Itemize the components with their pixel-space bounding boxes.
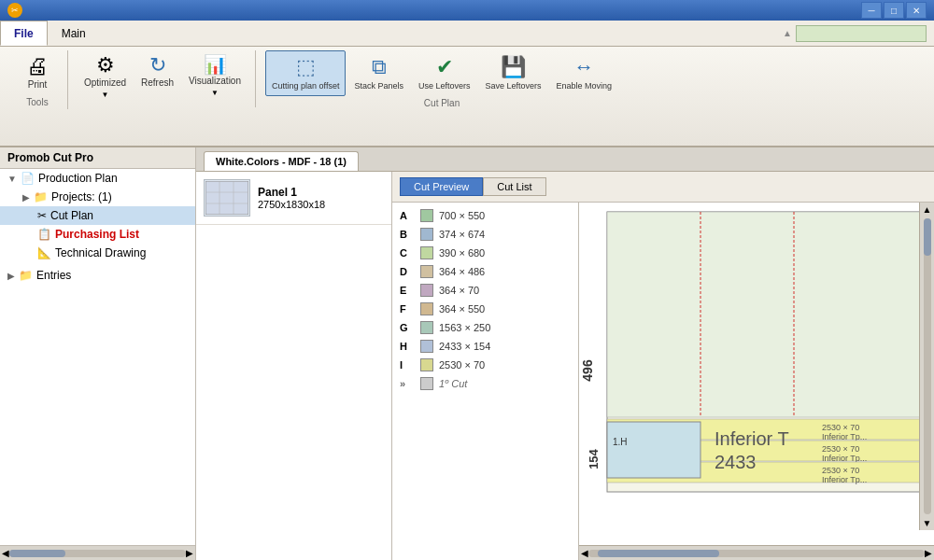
sidebar-item-purchasing-list[interactable]: 📋 Purchasing List [0, 225, 195, 244]
save-leftovers-button[interactable]: 💾 Save Leftovers [478, 50, 547, 96]
cutting-plan-offset-button[interactable]: ⬚ Cutting plan offset [265, 50, 346, 96]
cut-preview-container: ▲ ▼ [579, 203, 934, 560]
stack-panels-icon: ⧉ [372, 55, 387, 79]
label-2433: 2433 [715, 452, 757, 472]
cut-list-row-c: C 390 × 680 [396, 244, 574, 262]
panel-dimensions: 2750x1830x18 [258, 199, 325, 210]
minimize-button[interactable]: ─ [861, 2, 882, 19]
cut-color-a [420, 209, 433, 222]
ribbon-cutplan-items: ⬚ Cutting plan offset ⧉ Stack Panels ✔ U… [265, 50, 618, 96]
enable-moving-label: Enable Moving [557, 81, 613, 91]
optimized-button[interactable]: ⚙ Optimized ▼ [78, 50, 133, 104]
cut-dims-e: 364 × 70 [439, 285, 479, 296]
cut-list-row-a: A 700 × 550 [396, 206, 574, 225]
ribbon: 🖨 Print Tools ⚙ Optimized ▼ ↻ Refresh 📊 … [0, 47, 934, 147]
scroll-down-button[interactable]: ▼ [921, 516, 934, 530]
use-leftovers-icon: ✔ [436, 55, 453, 79]
cut-view: Cut Preview Cut List A 700 × 550 [392, 172, 934, 560]
sidebar-scrollbar[interactable]: ◀ ▶ [0, 545, 195, 560]
scroll-right-button[interactable]: ▶ [925, 548, 932, 558]
print-button[interactable]: 🖨 Print [15, 50, 60, 95]
cut-letter-g: G [400, 322, 415, 333]
close-button[interactable]: ✕ [906, 2, 927, 19]
sidebar-item-projects[interactable]: ▶ 📁 Projects: (1) [0, 188, 195, 206]
svg-rect-0 [205, 181, 248, 215]
vertical-scroll-thumb [924, 218, 931, 256]
vertical-scroll-track [924, 218, 931, 514]
refresh-button[interactable]: ↻ Refresh [134, 50, 180, 104]
enable-moving-button[interactable]: ↔ Enable Moving [550, 50, 619, 96]
entries-label: Entries [36, 269, 71, 282]
sidebar-scroll-left[interactable]: ◀ [2, 548, 9, 558]
cut-tabs: Cut Preview Cut List [392, 172, 934, 203]
stack-panels-button[interactable]: ⧉ Stack Panels [347, 50, 410, 96]
cut-tab-preview[interactable]: Cut Preview [400, 177, 483, 196]
cut-dims-g: 1563 × 250 [439, 322, 490, 333]
sidebar-scroll-thumb [9, 550, 65, 557]
cut-plan-label: Cut Plan [50, 209, 93, 222]
cut-letter-a: A [400, 210, 415, 221]
cut-list-row-f: F 364 × 550 [396, 300, 574, 318]
cut-letter-e: E [400, 285, 415, 296]
view-group-label [78, 104, 248, 107]
restore-button[interactable]: □ [884, 2, 904, 19]
menu-tab-main[interactable]: Main [48, 21, 100, 46]
optimized-arrow: ▼ [102, 91, 109, 99]
title-bar-left: ✂ [7, 3, 22, 18]
panel-list: Panel 1 2750x1830x18 [196, 172, 392, 560]
horizontal-scrollbar[interactable]: ◀ ▶ [579, 545, 934, 560]
cutplan-group-label: Cut Plan [265, 96, 618, 110]
svg-rect-10 [607, 422, 700, 478]
panel-item-1[interactable]: Panel 1 2750x1830x18 [196, 172, 391, 225]
sidebar-scroll-right[interactable]: ▶ [186, 548, 193, 558]
menu-tab-file[interactable]: File [0, 21, 48, 46]
technical-drawing-icon: 📐 [37, 246, 51, 259]
cutting-plan-offset-label: Cutting plan offset [272, 81, 339, 91]
cut-letter-c: C [400, 247, 415, 259]
visualization-button[interactable]: 📊 Visualization ▼ [182, 50, 248, 104]
content-tab-mdf[interactable]: White.Colors - MDF - 18 (1) [204, 151, 359, 171]
app-icon: ✂ [7, 3, 22, 18]
stack-panels-label: Stack Panels [354, 81, 403, 91]
content-tab-bar: White.Colors - MDF - 18 (1) [196, 147, 934, 172]
use-leftovers-label: Use Leftovers [418, 81, 471, 91]
sidebar-item-cut-plan[interactable]: ✂ Cut Plan [0, 206, 195, 225]
cut-list-row-i: I 2530 × 70 [396, 356, 574, 374]
sidebar-item-entries[interactable]: ▶ 📁 Entries [0, 266, 195, 285]
cut-letter-i: I [400, 359, 415, 371]
cut-color-i [420, 358, 433, 371]
svg-rect-6 [607, 212, 925, 417]
cut-letter-special: » [400, 378, 415, 389]
cut-tab-list[interactable]: Cut List [483, 177, 545, 196]
print-label: Print [28, 79, 48, 91]
save-leftovers-icon: 💾 [501, 55, 526, 79]
cut-color-f [420, 302, 433, 315]
cut-dims-b: 374 × 674 [439, 229, 485, 240]
optimized-icon: ⚙ [96, 55, 115, 76]
production-plan-icon: 📄 [21, 172, 35, 185]
sidebar-item-production-plan[interactable]: ▼ 📄 Production Plan [0, 169, 195, 188]
vertical-scrollbar[interactable]: ▲ ▼ [919, 203, 934, 530]
scroll-up-button[interactable]: ▲ [921, 203, 934, 217]
title-bar-controls: ─ □ ✕ [861, 2, 927, 19]
entries-toggle: ▶ [7, 271, 15, 281]
projects-label: Projects: (1) [51, 190, 112, 203]
cut-color-h [420, 340, 433, 353]
use-leftovers-button[interactable]: ✔ Use Leftovers [412, 50, 477, 96]
cut-list-row-special: » 1º Cut [396, 374, 574, 393]
cut-color-special [420, 377, 433, 390]
production-plan-label: Production Plan [38, 172, 118, 185]
cut-letter-d: D [400, 266, 415, 277]
cut-dims-d: 364 × 486 [439, 266, 485, 277]
sidebar-item-technical-drawing[interactable]: 📐 Technical Drawing [0, 244, 195, 262]
projects-icon: 📁 [34, 190, 48, 203]
scroll-left-button[interactable]: ◀ [581, 548, 588, 558]
sidebar-scroll-track [9, 550, 186, 557]
cut-dims-i: 2530 × 70 [439, 359, 485, 371]
sidebar-tree: ▼ 📄 Production Plan ▶ 📁 Projects: (1) ✂ … [0, 169, 195, 545]
panel-thumb [204, 179, 250, 217]
panel-name: Panel 1 [258, 186, 325, 199]
text-3i-label: Inferior Tp... [822, 432, 867, 441]
ribbon-search-input[interactable] [796, 25, 927, 42]
purchasing-list-label: Purchasing List [55, 228, 139, 241]
